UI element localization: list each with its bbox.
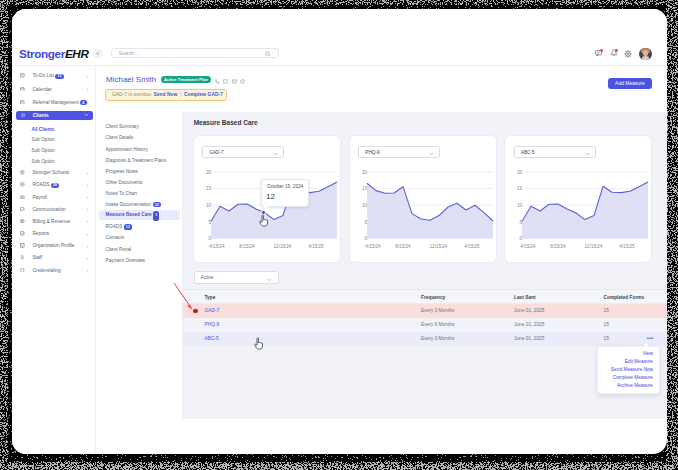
svg-text:4/15/25: 4/15/25	[308, 244, 324, 249]
svg-text:10: 10	[205, 203, 211, 208]
svg-text:10: 10	[361, 203, 367, 208]
svg-text:5: 5	[364, 220, 367, 225]
svg-text:0: 0	[208, 236, 211, 241]
svg-text:10: 10	[517, 203, 523, 208]
svg-text:0: 0	[364, 236, 367, 241]
svg-text:8/15/24: 8/15/24	[395, 244, 411, 249]
svg-text:4/15/25: 4/15/25	[464, 244, 480, 249]
svg-text:4/15/24: 4/15/24	[365, 244, 381, 249]
svg-text:0: 0	[519, 236, 522, 241]
svg-text:12/15/24: 12/15/24	[429, 244, 447, 249]
svg-text:4/15/25: 4/15/25	[619, 244, 635, 249]
svg-text:4/15/24: 4/15/24	[209, 244, 225, 249]
svg-text:8/15/24: 8/15/24	[239, 244, 255, 249]
svg-text:20: 20	[205, 170, 211, 175]
svg-text:4/15/24: 4/15/24	[520, 244, 536, 249]
svg-text:8/15/24: 8/15/24	[550, 244, 566, 249]
svg-text:15: 15	[361, 186, 367, 191]
svg-text:15: 15	[517, 186, 523, 191]
svg-text:12/15/24: 12/15/24	[273, 244, 291, 249]
svg-text:20: 20	[517, 170, 523, 175]
svg-text:12/15/24: 12/15/24	[585, 244, 603, 249]
svg-text:20: 20	[361, 170, 367, 175]
svg-text:15: 15	[205, 186, 211, 191]
